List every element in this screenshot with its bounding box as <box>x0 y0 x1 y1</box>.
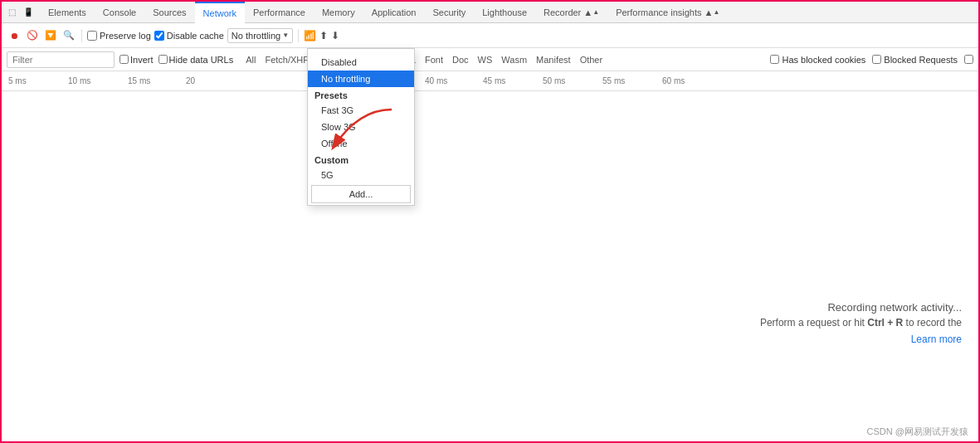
filter-other[interactable]: Other <box>576 53 607 66</box>
search-button[interactable]: 🔍 <box>61 28 76 43</box>
watermark: CSDN @网易测试开发猿 <box>867 426 968 438</box>
throttle-no-throttling[interactable]: No throttling <box>308 71 414 87</box>
blocked-requests-checkbox[interactable] <box>872 55 881 64</box>
recording-message: Recording network activity... Perform a … <box>760 301 962 345</box>
network-toolbar: ⏺ 🚫 🔽 🔍 Preserve log Disable cache No th… <box>2 23 978 48</box>
timeline-20ms: 20 <box>186 76 195 85</box>
tab-application[interactable]: Application <box>363 2 425 23</box>
has-blocked-cookies-checkbox[interactable] <box>770 55 779 64</box>
clear-button[interactable]: 🚫 <box>25 28 40 43</box>
hide-data-urls-checkbox[interactable] <box>158 55 168 64</box>
recording-desc: Perform a request or hit Ctrl + R to rec… <box>760 317 962 329</box>
device-icon[interactable]: 📱 <box>22 6 35 19</box>
recording-title: Recording network activity... <box>760 301 962 314</box>
throttle-menu: Disabled No throttling Presets Fast 3G S… <box>307 48 415 206</box>
tab-memory[interactable]: Memory <box>314 2 363 23</box>
hide-data-urls-label[interactable]: Hide data URLs <box>158 55 234 65</box>
throttle-5g[interactable]: 5G <box>308 167 414 183</box>
tab-recorder[interactable]: Recorder ▲ <box>535 2 607 23</box>
filter-right: Has blocked cookies Blocked Requests <box>770 55 973 65</box>
throttle-arrow-icon: ▼ <box>282 32 289 39</box>
filter-input[interactable] <box>7 51 115 68</box>
separator-1 <box>81 29 82 42</box>
tab-sources[interactable]: Sources <box>144 2 194 23</box>
record-button[interactable]: ⏺ <box>7 28 22 43</box>
inspect-icon[interactable]: ⬚ <box>5 6 18 19</box>
timeline-50ms: 50 ms <box>543 76 565 85</box>
timeline-10ms: 10 ms <box>68 76 90 85</box>
timeline-55ms: 55 ms <box>602 76 625 85</box>
preserve-log-label[interactable]: Preserve log <box>87 31 151 41</box>
throttle-value: No throttling <box>232 31 280 41</box>
timeline-40ms: 40 ms <box>425 76 447 85</box>
wifi-icon: 📶 <box>304 30 316 41</box>
devtools-icons: ⬚ 📱 <box>5 6 35 19</box>
filter-font[interactable]: Font <box>421 53 447 66</box>
tab-bar: ⬚ 📱 Elements Console Sources Network Per… <box>2 2 978 23</box>
timeline-60ms: 60 ms <box>662 76 685 85</box>
throttle-offline[interactable]: Offline <box>308 135 414 152</box>
separator-2 <box>298 29 299 42</box>
tab-performance[interactable]: Performance <box>245 2 314 23</box>
tab-network[interactable]: Network <box>195 2 245 23</box>
disable-cache-checkbox[interactable] <box>154 31 164 41</box>
custom-header: Custom <box>308 152 414 167</box>
presets-header: Presets <box>308 87 414 102</box>
filter-button[interactable]: 🔽 <box>43 28 58 43</box>
preserve-log-checkbox[interactable] <box>87 31 97 41</box>
timeline-45ms: 45 ms <box>483 76 505 85</box>
invert-checkbox[interactable] <box>119 55 129 64</box>
filter-doc[interactable]: Doc <box>448 53 473 66</box>
timeline-15ms: 15 ms <box>128 76 150 85</box>
tab-perf-insights[interactable]: Performance insights ▲ <box>607 2 728 23</box>
blocked-requests-label[interactable]: Blocked Requests <box>872 55 958 65</box>
disable-cache-label[interactable]: Disable cache <box>154 31 224 41</box>
throttle-dropdown[interactable]: No throttling ▼ <box>227 28 293 43</box>
main-content: Recording network activity... Perform a … <box>2 91 978 443</box>
filter-types: All Fetch/XHR JS CSS Img Media Font Doc … <box>241 53 607 66</box>
tab-lighthouse[interactable]: Lighthouse <box>474 2 535 23</box>
devtools-window: ⬚ 📱 Elements Console Sources Network Per… <box>2 2 978 443</box>
tab-console[interactable]: Console <box>95 2 144 23</box>
filter-all[interactable]: All <box>241 53 260 66</box>
filter-wasm[interactable]: Wasm <box>497 53 531 66</box>
download-icon: ⬇ <box>331 30 339 41</box>
upload-icon: ⬆ <box>319 30 328 41</box>
tab-elements[interactable]: Elements <box>40 2 95 23</box>
has-blocked-cookies-label[interactable]: Has blocked cookies <box>770 55 865 65</box>
tab-security[interactable]: Security <box>424 2 474 23</box>
blocked-requests-extra-checkbox[interactable] <box>964 55 973 64</box>
learn-more-link[interactable]: Learn more <box>760 333 962 345</box>
timeline: 5 ms 10 ms 15 ms 20 30 ms 35 ms 40 ms 45… <box>2 71 978 91</box>
invert-label[interactable]: Invert <box>119 55 154 65</box>
filter-ws[interactable]: WS <box>474 53 497 66</box>
filter-fetch-xhr[interactable]: Fetch/XHR <box>261 53 314 66</box>
throttle-disabled[interactable]: Disabled <box>308 54 414 71</box>
throttle-fast3g[interactable]: Fast 3G <box>308 102 414 119</box>
filter-bar: Invert Hide data URLs All Fetch/XHR JS C… <box>2 48 978 71</box>
timeline-5ms: 5 ms <box>8 76 27 85</box>
throttle-slow3g[interactable]: Slow 3G <box>308 119 414 135</box>
throttle-add[interactable]: Add... <box>311 185 411 203</box>
filter-manifest[interactable]: Manifest <box>532 53 575 66</box>
